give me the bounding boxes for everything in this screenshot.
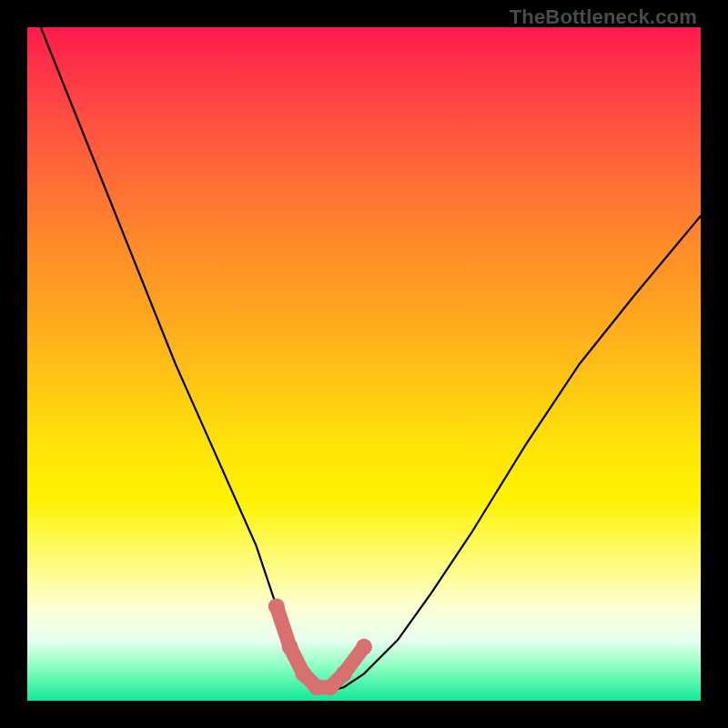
chart-frame: TheBottleneck.com (0, 0, 728, 728)
highlight-dot (295, 665, 311, 682)
highlight-dot (336, 665, 352, 682)
highlight-dot (282, 639, 298, 655)
chart-svg (27, 27, 701, 701)
highlight-dot (356, 639, 372, 655)
curve-path (41, 27, 701, 691)
highlight-dot (268, 598, 285, 614)
highlight-dot (322, 679, 339, 695)
plot-area (27, 27, 701, 701)
watermark-text: TheBottleneck.com (510, 5, 697, 29)
